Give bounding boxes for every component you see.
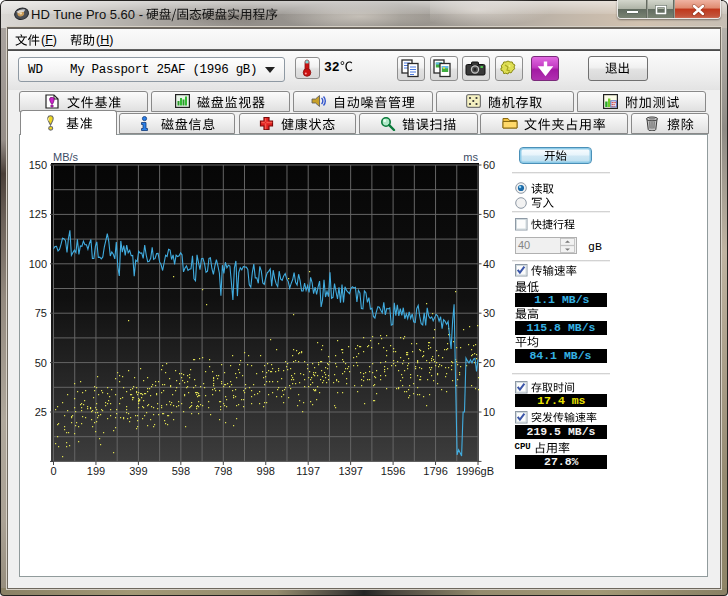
svg-text:MB/s: MB/s (53, 151, 79, 163)
svg-text:60: 60 (483, 159, 495, 171)
svg-text:1197: 1197 (296, 465, 320, 477)
svg-text:ms: ms (463, 151, 478, 163)
svg-text:199: 199 (87, 465, 105, 477)
svg-text:10: 10 (483, 406, 495, 418)
svg-text:1397: 1397 (338, 465, 362, 477)
svg-text:150: 150 (29, 159, 47, 171)
svg-text:25: 25 (35, 406, 47, 418)
svg-text:40: 40 (483, 258, 495, 270)
svg-text:399: 399 (129, 465, 147, 477)
svg-text:50: 50 (483, 208, 495, 220)
svg-text:1996gB: 1996gB (456, 465, 494, 477)
svg-text:1796: 1796 (423, 465, 447, 477)
svg-text:100: 100 (29, 258, 47, 270)
svg-text:125: 125 (29, 208, 47, 220)
svg-text:998: 998 (257, 465, 275, 477)
svg-text:1596: 1596 (381, 465, 405, 477)
svg-text:75: 75 (35, 307, 47, 319)
svg-text:30: 30 (483, 307, 495, 319)
svg-text:0: 0 (50, 465, 56, 477)
svg-text:50: 50 (35, 357, 47, 369)
svg-text:798: 798 (214, 465, 232, 477)
svg-text:20: 20 (483, 357, 495, 369)
svg-text:598: 598 (172, 465, 190, 477)
